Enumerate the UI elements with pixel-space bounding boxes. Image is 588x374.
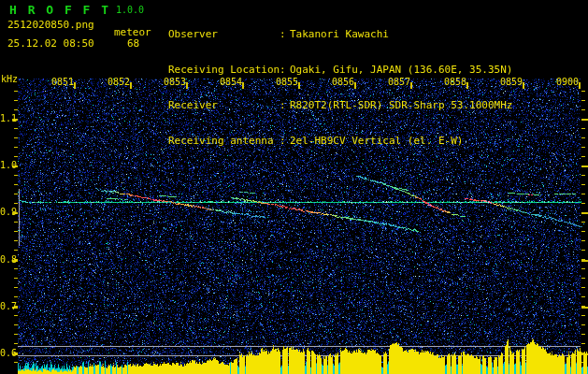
freq-tick-label: 0.8	[0, 254, 12, 265]
time-tick-label: 0854	[219, 77, 242, 87]
colon: :	[280, 100, 290, 111]
info-row-antenna: Receiving antenna:2el-HB9CV Vertical (el…	[168, 136, 512, 147]
time-tick-label: 0855	[275, 77, 298, 87]
info-value: Takanori Kawachi	[290, 28, 389, 40]
info-label: Receiver	[168, 100, 280, 111]
app-title: H R O F F T	[9, 3, 110, 17]
info-label: Receiving Location	[168, 65, 280, 76]
freq-tick-label: 1.1	[0, 113, 12, 123]
info-row-observer: Observer:Takanori Kawachi	[168, 29, 512, 40]
colon: :	[280, 65, 290, 76]
datetime-label: 25.12.02 08:50	[7, 37, 94, 50]
time-tick-label: 0900	[555, 77, 579, 87]
time-tick-label: 0853	[163, 77, 186, 87]
freq-tick-label: 0.6	[0, 348, 12, 358]
time-tick-label: 0857	[387, 77, 410, 87]
output-filename: 2512020850.png	[7, 19, 94, 31]
freq-axis-unit: kHz	[1, 74, 18, 84]
app-version: 1.0.0	[116, 5, 144, 15]
info-row-location: Receiving Location:Ogaki, Gifu, JAPAN (1…	[168, 65, 512, 76]
colon: :	[280, 29, 290, 40]
echo-count: 68	[127, 37, 139, 50]
info-row-receiver: Receiver:R820T2(RTL-SDR) SDR-Sharp 53.10…	[168, 100, 512, 111]
info-label: Observer	[168, 29, 280, 40]
time-tick-label: 0852	[107, 77, 130, 87]
time-tick-label: 0851	[50, 77, 74, 87]
freq-tick-label: 1.0	[0, 160, 12, 170]
colon: :	[280, 136, 290, 147]
freq-tick-label: 0.9	[0, 207, 12, 217]
time-tick-label: 0856	[331, 77, 354, 87]
freq-tick-label: 0.7	[0, 301, 12, 311]
time-tick-label: 0858	[443, 77, 466, 87]
station-info: Observer:Takanori Kawachi Receiving Loca…	[168, 5, 512, 171]
time-tick-label: 0859	[499, 77, 523, 87]
info-value: Ogaki, Gifu, JAPAN (136.60E, 35.35N)	[290, 64, 512, 76]
hrofft-screen: H R O F F T 1.0.0 2512020850.png meteor …	[0, 0, 588, 374]
info-value: 2el-HB9CV Vertical (el. E-W)	[290, 135, 463, 147]
info-label: Receiving antenna	[168, 136, 280, 147]
info-value: R820T2(RTL-SDR) SDR-Sharp 53.1000MHz	[290, 99, 512, 111]
